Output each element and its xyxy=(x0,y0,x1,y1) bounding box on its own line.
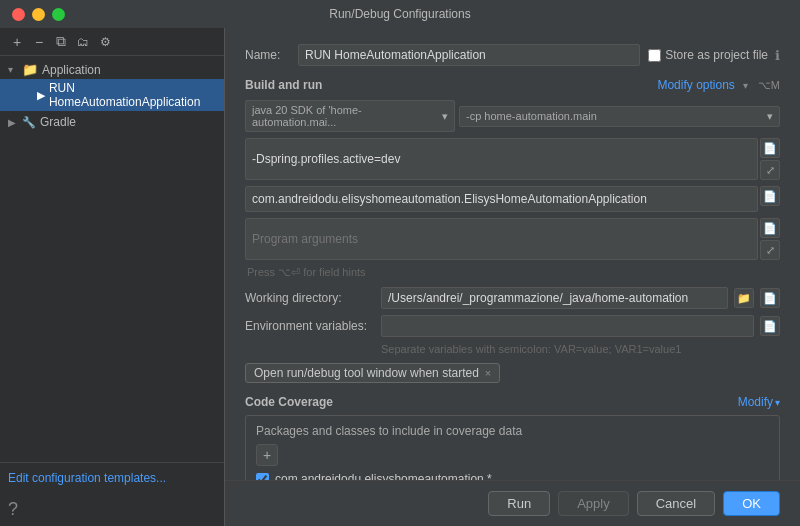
close-button[interactable] xyxy=(12,8,25,21)
folder-button[interactable]: 🗂 xyxy=(74,33,92,51)
settings-icon[interactable]: ⚙ xyxy=(96,33,114,51)
sdk-dropdown[interactable]: java 20 SDK of 'home-automation.mai... ▾ xyxy=(245,100,455,132)
sdk-cp-row: java 20 SDK of 'home-automation.mai... ▾… xyxy=(245,100,780,132)
working-directory-label: Working directory: xyxy=(245,291,375,305)
build-run-title: Build and run xyxy=(245,78,322,92)
main-class-icons: 📄 xyxy=(760,186,780,212)
env-vars-hint: Separate variables with semicolon: VAR=v… xyxy=(245,343,780,355)
vm-options-input[interactable] xyxy=(245,138,758,180)
tree-group-application[interactable]: ▾ 📁 Application xyxy=(0,60,224,79)
coverage-item: com.andreidodu.elisyshomeautomation.* xyxy=(256,472,769,480)
cp-value: -cp home-automation.main xyxy=(466,110,597,122)
coverage-add-button[interactable]: + xyxy=(256,444,278,466)
window-controls[interactable] xyxy=(12,8,65,21)
modify-options-arrow: ▾ xyxy=(743,80,748,91)
sidebar-toolbar: + − ⧉ 🗂 ⚙ xyxy=(0,28,224,56)
program-args-expand-icon[interactable]: ⤢ xyxy=(760,240,780,260)
coverage-title: Code Coverage xyxy=(245,395,333,409)
env-vars-icon[interactable]: 📄 xyxy=(760,316,780,336)
field-hints-label: Press ⌥⏎ for field hints xyxy=(245,266,780,279)
name-input[interactable] xyxy=(298,44,640,66)
run-button[interactable]: Run xyxy=(488,491,550,516)
cp-dropdown[interactable]: -cp home-automation.main ▾ xyxy=(459,106,780,127)
tool-window-tag: Open run/debug tool window when started … xyxy=(245,363,500,383)
run-homeautomation-label: RUN HomeAutomationApplication xyxy=(49,81,216,109)
sidebar-tree: ▾ 📁 Application ▶ RUN HomeAutomationAppl… xyxy=(0,56,224,462)
coverage-modify-arrow: ▾ xyxy=(775,397,780,408)
coverage-modify-area: Modify ▾ xyxy=(738,395,780,409)
sdk-dropdown-arrow: ▾ xyxy=(442,110,448,123)
coverage-header: Code Coverage Modify ▾ xyxy=(245,395,780,409)
build-run-header: Build and run Modify options ▾ ⌥M xyxy=(245,78,780,92)
main-class-browse-icon[interactable]: 📄 xyxy=(760,186,780,206)
code-coverage-section: Code Coverage Modify ▾ Packages and clas… xyxy=(245,395,780,480)
application-group-label: Application xyxy=(42,63,101,77)
coverage-description: Packages and classes to include in cover… xyxy=(256,424,769,438)
sdk-value: java 20 SDK of 'home-automation.mai... xyxy=(252,104,442,128)
modify-options-link[interactable]: Modify options xyxy=(657,78,734,92)
vm-options-row: 📄 ⤢ xyxy=(245,138,780,180)
apply-button[interactable]: Apply xyxy=(558,491,629,516)
working-directory-input[interactable] xyxy=(381,287,728,309)
form-area: Name: Store as project file ℹ Build and … xyxy=(225,28,800,480)
minimize-button[interactable] xyxy=(32,8,45,21)
coverage-item-label: com.andreidodu.elisyshomeautomation.* xyxy=(275,472,492,480)
main-class-row: 📄 xyxy=(245,186,780,212)
program-args-browse-icon[interactable]: 📄 xyxy=(760,218,780,238)
main-class-input[interactable] xyxy=(245,186,758,212)
tool-window-tag-close[interactable]: × xyxy=(485,367,491,379)
content-panel: Name: Store as project file ℹ Build and … xyxy=(225,28,800,526)
add-config-button[interactable]: + xyxy=(8,33,26,51)
gradle-icon: 🔧 xyxy=(22,116,36,129)
env-vars-row: Environment variables: 📄 xyxy=(245,315,780,337)
coverage-box: Packages and classes to include in cover… xyxy=(245,415,780,480)
store-help-icon: ℹ xyxy=(775,48,780,63)
store-as-project-checkbox[interactable] xyxy=(648,49,661,62)
gradle-group-label: Gradle xyxy=(40,115,76,129)
cancel-button[interactable]: Cancel xyxy=(637,491,715,516)
expand-arrow-application: ▾ xyxy=(8,64,22,75)
store-project-row: Store as project file ℹ xyxy=(648,48,780,63)
edit-templates-link[interactable]: Edit configuration templates... xyxy=(8,471,166,485)
help-icon[interactable]: ? xyxy=(0,493,224,526)
tool-window-tag-label: Open run/debug tool window when started xyxy=(254,366,479,380)
maximize-button[interactable] xyxy=(52,8,65,21)
coverage-modify-link[interactable]: Modify xyxy=(738,395,773,409)
run-config-icon: ▶ xyxy=(37,89,45,102)
sidebar-footer: Edit configuration templates... xyxy=(0,462,224,493)
remove-config-button[interactable]: − xyxy=(30,33,48,51)
title-bar: Run/Debug Configurations xyxy=(0,0,800,28)
env-vars-label: Environment variables: xyxy=(245,319,375,333)
tree-item-run-homeautomation[interactable]: ▶ RUN HomeAutomationApplication xyxy=(0,79,224,111)
modify-options-shortcut: ⌥M xyxy=(758,79,780,92)
cp-row: -cp home-automation.main ▾ xyxy=(459,106,780,127)
cp-dropdown-arrow: ▾ xyxy=(767,110,773,123)
vm-options-browse-icon[interactable]: 📄 xyxy=(760,138,780,158)
copy-config-button[interactable]: ⧉ xyxy=(52,33,70,51)
working-directory-row: Working directory: 📁 📄 xyxy=(245,287,780,309)
name-label: Name: xyxy=(245,48,290,62)
tree-group-gradle[interactable]: ▶ 🔧 Gradle xyxy=(0,113,224,131)
name-row: Name: Store as project file ℹ xyxy=(245,44,780,66)
program-args-icons: 📄 ⤢ xyxy=(760,218,780,260)
coverage-item-checkbox[interactable] xyxy=(256,473,269,481)
vm-options-expand-icon[interactable]: ⤢ xyxy=(760,160,780,180)
ok-button[interactable]: OK xyxy=(723,491,780,516)
program-args-row: 📄 ⤢ xyxy=(245,218,780,260)
vm-options-icons: 📄 ⤢ xyxy=(760,138,780,180)
env-vars-input[interactable] xyxy=(381,315,754,337)
working-directory-browse-icon[interactable]: 📁 xyxy=(734,288,754,308)
working-directory-var-icon[interactable]: 📄 xyxy=(760,288,780,308)
expand-arrow-gradle: ▶ xyxy=(8,117,22,128)
modify-options-area: Modify options ▾ ⌥M xyxy=(657,78,780,92)
program-args-input[interactable] xyxy=(245,218,758,260)
sidebar: + − ⧉ 🗂 ⚙ ▾ 📁 Application ▶ RUN HomeAuto… xyxy=(0,28,225,526)
dialog-title: Run/Debug Configurations xyxy=(329,7,470,21)
main-container: + − ⧉ 🗂 ⚙ ▾ 📁 Application ▶ RUN HomeAuto… xyxy=(0,28,800,526)
application-folder-icon: 📁 xyxy=(22,62,38,77)
bottom-bar: Run Apply Cancel OK xyxy=(225,480,800,526)
store-as-project-label: Store as project file xyxy=(665,48,768,62)
